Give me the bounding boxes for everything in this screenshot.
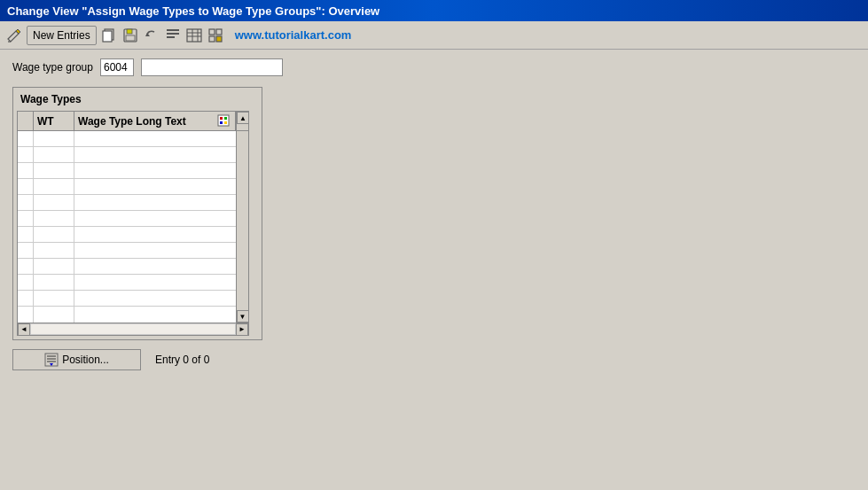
row-wt-text-6: [74, 227, 236, 242]
row-checkbox-3: [18, 179, 34, 194]
table-row[interactable]: [18, 259, 248, 275]
table-row[interactable]: [18, 275, 248, 291]
toolbar: New Entries: [0, 21, 868, 50]
svg-rect-8: [167, 33, 179, 35]
row-checkbox-5: [18, 211, 34, 226]
table-row[interactable]: [18, 227, 248, 243]
row-wt-8: [34, 259, 74, 274]
vertical-scrollbar[interactable]: ▼: [236, 131, 248, 323]
grid-icon[interactable]: [207, 27, 224, 44]
watermark: www.tutorialkart.com: [235, 28, 352, 42]
table-row[interactable]: [18, 179, 248, 195]
entry-info: Entry 0 of 0: [155, 354, 209, 366]
svg-rect-7: [167, 29, 179, 31]
new-entries-button[interactable]: New Entries: [27, 26, 97, 45]
svg-rect-17: [209, 36, 215, 42]
row-wt-text-5: [74, 211, 236, 226]
row-wt-9: [34, 275, 74, 290]
svg-rect-10: [187, 29, 201, 42]
row-wt-text-1: [74, 147, 236, 162]
table-row[interactable]: [18, 307, 248, 323]
wage-type-group-label: Wage type group: [12, 61, 93, 74]
row-wt-text-7: [74, 243, 236, 258]
svg-rect-21: [224, 117, 227, 120]
find-icon[interactable]: [164, 27, 182, 44]
svg-rect-23: [224, 121, 227, 124]
row-wt-0: [34, 131, 74, 146]
scroll-down-button[interactable]: ▼: [237, 310, 249, 323]
row-wt-1: [34, 147, 74, 162]
header-checkbox-area: [18, 112, 34, 130]
undo-icon[interactable]: [143, 27, 160, 44]
scroll-right-button[interactable]: ►: [236, 323, 248, 336]
table-rows: ▼: [18, 131, 248, 323]
wage-type-group-row: Wage type group: [12, 58, 856, 76]
row-wt-4: [34, 195, 74, 210]
svg-rect-4: [127, 29, 132, 34]
table-title: Wage Types: [17, 91, 258, 107]
row-wt-text-4: [74, 195, 236, 210]
row-wt-3: [34, 179, 74, 194]
scroll-up-button[interactable]: ▲: [237, 112, 249, 124]
wage-types-table-container: Wage Types WT Wage Type Long Text: [12, 87, 262, 340]
svg-rect-9: [167, 36, 175, 38]
row-checkbox-7: [18, 243, 34, 258]
row-wt-text-10: [74, 291, 236, 306]
row-wt-11: [34, 307, 74, 323]
table-row[interactable]: [18, 147, 248, 163]
row-wt-text-2: [74, 163, 236, 178]
position-button[interactable]: Position...: [12, 349, 141, 370]
table-row[interactable]: [18, 243, 248, 259]
save-icon[interactable]: [121, 27, 139, 44]
scroll-h-track: [30, 323, 236, 335]
wage-type-group-description-input[interactable]: [141, 58, 283, 76]
horizontal-scrollbar[interactable]: ◄ ►: [18, 323, 248, 335]
row-checkbox-9: [18, 275, 34, 290]
row-wt-text-0: [74, 131, 236, 146]
position-button-label: Position...: [62, 354, 109, 366]
svg-rect-22: [220, 121, 223, 124]
row-wt-text-3: [74, 179, 236, 194]
col-header-wt: WT: [34, 112, 74, 130]
row-checkbox-1: [18, 147, 34, 162]
table-row[interactable]: [18, 291, 248, 307]
svg-rect-2: [103, 31, 112, 42]
position-icon: [44, 353, 59, 367]
svg-rect-18: [216, 36, 222, 42]
row-wt-text-8: [74, 259, 236, 274]
bottom-row: Position... Entry 0 of 0: [12, 349, 856, 370]
table-row[interactable]: [18, 211, 248, 227]
title-text: Change View "Assign Wage Types to Wage T…: [7, 4, 379, 18]
table-row[interactable]: [18, 195, 248, 211]
svg-rect-19: [218, 115, 229, 126]
svg-rect-15: [209, 29, 215, 35]
row-checkbox-6: [18, 227, 34, 242]
row-wt-7: [34, 243, 74, 258]
table-row[interactable]: [18, 131, 248, 147]
row-checkbox-11: [18, 307, 34, 323]
wage-type-group-input[interactable]: [100, 58, 134, 76]
row-wt-text-9: [74, 275, 236, 290]
col-header-wage-type-long-text: Wage Type Long Text: [74, 112, 236, 130]
row-wt-6: [34, 227, 74, 242]
row-wt-text-11: [74, 307, 236, 323]
svg-rect-5: [126, 35, 135, 41]
edit-icon[interactable]: [5, 27, 23, 44]
row-checkbox-8: [18, 259, 34, 274]
table-wrapper: WT Wage Type Long Text: [17, 111, 249, 336]
scroll-left-button[interactable]: ◄: [18, 323, 30, 336]
table-icon[interactable]: [185, 27, 203, 44]
column-header-row: WT Wage Type Long Text: [18, 112, 248, 131]
row-wt-2: [34, 163, 74, 178]
row-checkbox-10: [18, 291, 34, 306]
new-entries-label: New Entries: [33, 29, 90, 42]
svg-rect-16: [216, 29, 222, 35]
row-checkbox-0: [18, 131, 34, 146]
copy-rows-icon[interactable]: [100, 27, 118, 44]
row-wt-10: [34, 291, 74, 306]
table-row[interactable]: [18, 163, 248, 179]
title-bar: Change View "Assign Wage Types to Wage T…: [0, 0, 868, 21]
row-checkbox-4: [18, 195, 34, 210]
sort-icon[interactable]: [215, 114, 231, 128]
rows-container: [18, 131, 248, 323]
